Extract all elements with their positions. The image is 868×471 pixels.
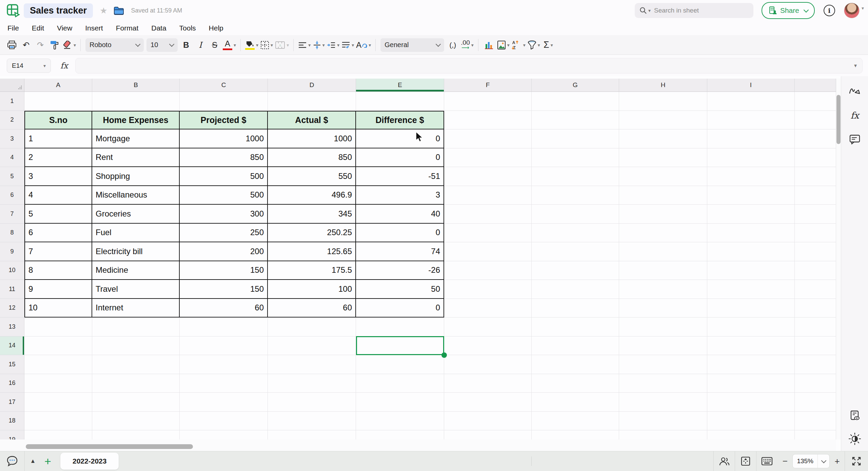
cell-I18[interactable] — [707, 412, 795, 431]
cell-G16[interactable] — [532, 374, 619, 393]
cell-C18[interactable] — [180, 412, 268, 431]
cell-H10[interactable] — [619, 261, 707, 280]
cell-D2[interactable]: Actual $ — [268, 111, 356, 130]
undo-button[interactable]: ↶ — [20, 38, 32, 53]
cell-I15[interactable] — [707, 355, 795, 374]
cell-A13[interactable] — [24, 318, 92, 336]
column-header-G[interactable]: G — [532, 79, 619, 92]
cell-E6[interactable]: 3 — [356, 186, 444, 205]
cell-C6[interactable]: 500 — [180, 186, 268, 205]
cell-partial1[interactable] — [795, 92, 836, 111]
cell-B5[interactable]: Shopping — [92, 167, 180, 186]
collaborators-button[interactable] — [713, 451, 735, 471]
row-header-15[interactable]: 15 — [0, 355, 24, 374]
cell-H16[interactable] — [619, 374, 707, 393]
cell-D3[interactable]: 1000 — [268, 129, 356, 148]
zoom-out-button[interactable]: − — [777, 451, 792, 471]
fill-handle[interactable] — [441, 352, 447, 358]
cell-G13[interactable] — [532, 318, 619, 336]
cell-partial6[interactable] — [795, 186, 836, 205]
cell-F2[interactable] — [444, 111, 532, 130]
cell-D13[interactable] — [268, 318, 356, 336]
cell-F1[interactable] — [444, 92, 532, 111]
column-header-F[interactable]: F — [444, 79, 532, 92]
formula-input[interactable]: ▾ — [75, 58, 863, 74]
fit-to-screen-button[interactable] — [735, 451, 756, 471]
cell-partial10[interactable] — [795, 261, 836, 280]
cell-E15[interactable] — [356, 355, 444, 374]
cell-partial17[interactable] — [795, 393, 836, 412]
cell-D9[interactable]: 125.65 — [268, 242, 356, 261]
cell-partial14[interactable] — [795, 336, 836, 355]
cell-E1[interactable] — [356, 92, 444, 111]
cell-D1[interactable] — [268, 92, 356, 111]
row-header-4[interactable]: 4 — [0, 148, 24, 167]
cell-A8[interactable]: 6 — [24, 224, 92, 243]
cell-A10[interactable]: 8 — [24, 261, 92, 280]
cell-E13[interactable] — [356, 318, 444, 336]
cell-partial2[interactable] — [795, 111, 836, 130]
cell-B8[interactable]: Fuel — [92, 224, 180, 243]
cell-C17[interactable] — [180, 393, 268, 412]
sort-button[interactable]: A Z ▾ — [512, 38, 526, 53]
cell-C7[interactable]: 300 — [180, 205, 268, 224]
vertical-scrollbar-thumb[interactable] — [836, 95, 841, 144]
cell-C4[interactable]: 850 — [180, 148, 268, 167]
cell-C5[interactable]: 500 — [180, 167, 268, 186]
menu-view[interactable]: View — [57, 23, 72, 34]
cell-partial5[interactable] — [795, 167, 836, 186]
avatar[interactable] — [844, 3, 860, 18]
cell-F18[interactable] — [444, 412, 532, 431]
column-header-B[interactable]: B — [92, 79, 180, 92]
cell-F3[interactable] — [444, 129, 532, 148]
cell-B1[interactable] — [92, 92, 180, 111]
cell-I9[interactable] — [707, 242, 795, 261]
cell-G5[interactable] — [532, 167, 619, 186]
cell-I11[interactable] — [707, 280, 795, 299]
cell-B7[interactable]: Groceries — [92, 205, 180, 224]
redo-button[interactable]: ↷ — [34, 38, 46, 53]
insert-image-button[interactable]: ▾ — [497, 38, 510, 53]
cell-H4[interactable] — [619, 148, 707, 167]
cell-I17[interactable] — [707, 393, 795, 412]
cell-I13[interactable] — [707, 318, 795, 336]
comma-format-button[interactable]: (,) — [447, 38, 459, 53]
cell-F8[interactable] — [444, 224, 532, 243]
row-header-16[interactable]: 16 — [0, 374, 24, 393]
document-title[interactable]: Sales tracker — [24, 3, 93, 18]
cell-E4[interactable]: 0 — [356, 148, 444, 167]
horizontal-scrollbar-thumb[interactable] — [26, 444, 193, 449]
menu-format[interactable]: Format — [116, 23, 139, 34]
cell-H1[interactable] — [619, 92, 707, 111]
cell-B14[interactable] — [92, 336, 180, 355]
column-header-C[interactable]: C — [180, 79, 268, 92]
cell-C9[interactable]: 200 — [180, 242, 268, 261]
cell-G8[interactable] — [532, 224, 619, 243]
vertical-align-button[interactable]: ▾ — [313, 38, 325, 53]
cell-B11[interactable]: Travel — [92, 280, 180, 299]
cell-G19[interactable] — [532, 430, 619, 439]
cell-D5[interactable]: 550 — [268, 167, 356, 186]
cell-H13[interactable] — [619, 318, 707, 336]
cell-B16[interactable] — [92, 374, 180, 393]
cell-I3[interactable] — [707, 129, 795, 148]
cell-I19[interactable] — [707, 430, 795, 439]
print-button[interactable] — [6, 38, 18, 53]
cell-B13[interactable] — [92, 318, 180, 336]
cell-G2[interactable] — [532, 111, 619, 130]
cell-F9[interactable] — [444, 242, 532, 261]
cell-A9[interactable]: 7 — [24, 242, 92, 261]
functions-panel-button[interactable]: fx — [841, 110, 868, 121]
cell-G15[interactable] — [532, 355, 619, 374]
cell-A7[interactable]: 5 — [24, 205, 92, 224]
row-header-17[interactable]: 17 — [0, 393, 24, 412]
strikethrough-button[interactable]: S — [209, 38, 221, 53]
cell-partial8[interactable] — [795, 224, 836, 243]
cell-D4[interactable]: 850 — [268, 148, 356, 167]
cell-G18[interactable] — [532, 412, 619, 431]
name-box[interactable]: E14 ▾ — [7, 59, 51, 73]
cell-D6[interactable]: 496.9 — [268, 186, 356, 205]
cell-B9[interactable]: Electricity bill — [92, 242, 180, 261]
insert-chart-button[interactable] — [483, 38, 495, 53]
paint-format-button[interactable] — [48, 38, 61, 53]
